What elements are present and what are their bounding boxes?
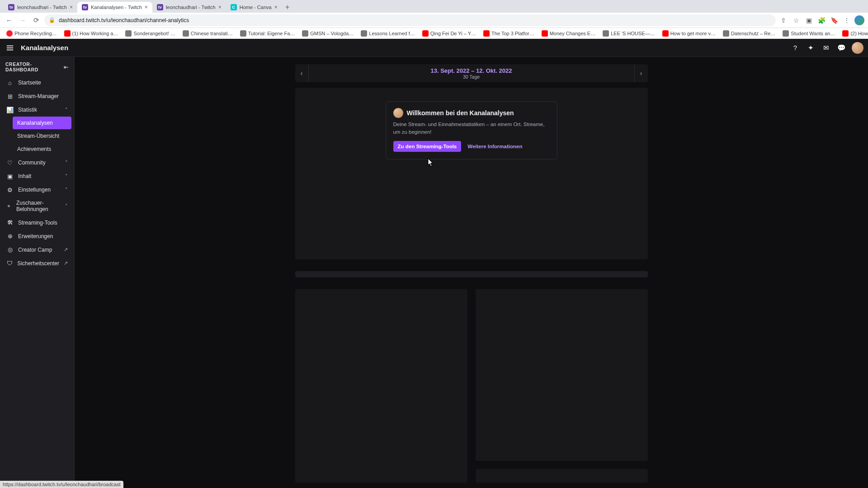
bookmark-label: Money Changes E…	[550, 31, 596, 36]
close-icon[interactable]: ×	[274, 4, 278, 10]
close-icon[interactable]: ×	[218, 4, 222, 10]
sidebar-subitem-stream-overview[interactable]: Stream-Übersicht	[13, 130, 71, 142]
sidebar-item-viewer-rewards[interactable]: ⚬ Zuschauer-Belohnungen ˅	[3, 197, 71, 216]
sidebar-item-label: Stream-Manager	[18, 93, 59, 99]
sidebar-item-label: Einstellungen	[18, 187, 51, 193]
sidebar-item-streaming-tools[interactable]: 🛠 Streaming-Tools	[3, 216, 71, 230]
bookmark-label: The Top 3 Platfor…	[491, 31, 534, 36]
favicon-icon	[183, 30, 189, 37]
bookmark-label: Tutorial: Eigene Fa…	[248, 31, 295, 36]
help-icon[interactable]: ?	[790, 43, 800, 53]
sidebar-item-label: Community	[18, 160, 46, 166]
sidebar-item-content[interactable]: ▣ Inhalt ˅	[3, 169, 71, 183]
collapse-sidebar-icon[interactable]: ⇤	[64, 64, 69, 70]
sidebar-item-label: Startseite	[18, 80, 41, 86]
cast-icon[interactable]: ▣	[804, 15, 814, 25]
date-range-selector: ‹ 13. Sept. 2022 – 12. Okt. 2022 30 Tage…	[295, 64, 648, 82]
bookmark-item[interactable]: The Top 3 Platfor…	[481, 29, 537, 38]
bookmark-item[interactable]: Lessons Learned f…	[358, 29, 418, 38]
bookmark-item[interactable]: (1) How Working a…	[61, 29, 121, 38]
gear-icon: ⚙	[6, 186, 14, 193]
lock-icon: 🔒	[49, 17, 55, 23]
sidebar-subitem-achievements[interactable]: Achievements	[13, 143, 71, 155]
star-icon[interactable]: ☆	[791, 15, 801, 25]
loading-panel	[476, 289, 648, 461]
sidebar-item-home[interactable]: ⌂ Startseite	[3, 76, 71, 89]
user-avatar[interactable]	[852, 42, 863, 54]
bookmark-item[interactable]: Student Wants an…	[780, 29, 838, 38]
tools-icon: 🛠	[6, 219, 14, 226]
bookmark-icon[interactable]: 🔖	[829, 15, 839, 25]
bookmark-item[interactable]: Datenschutz – Re…	[720, 29, 778, 38]
sidebar-item-community[interactable]: ♡ Community ˅	[3, 156, 71, 169]
chevron-down-icon: ˅	[65, 203, 68, 209]
bookmark-item[interactable]: Phone Recycling…	[4, 29, 60, 38]
bookmark-label: (1) How Working a…	[72, 31, 118, 36]
date-next-button[interactable]: ›	[634, 64, 648, 82]
sidebar-item-creator-camp[interactable]: ◎ Creator Camp ↗	[3, 243, 71, 257]
hamburger-icon[interactable]	[5, 42, 15, 53]
reload-button[interactable]: ⟳	[31, 15, 42, 26]
sidebar-subitem-channel-analytics[interactable]: Kanalanalysen	[13, 117, 71, 129]
bookmark-label: How to get more v…	[670, 31, 716, 36]
profile-avatar[interactable]	[854, 15, 864, 25]
favicon-icon	[125, 30, 132, 37]
bookmark-item[interactable]: Sonderangebot! …	[123, 29, 178, 38]
browser-tab[interactable]: C Home - Canva ×	[226, 2, 282, 13]
date-prev-button[interactable]: ‹	[295, 64, 309, 82]
bookmark-item[interactable]: Chinese translati…	[180, 29, 236, 38]
favicon-icon	[422, 30, 429, 37]
sidebar-item-statistics[interactable]: 📊 Statistik ˄	[3, 103, 71, 117]
sidebar-item-extensions[interactable]: ⊕ Erweiterungen	[3, 230, 71, 243]
bookmark-label: Qing Fei De Yi – Y…	[430, 31, 476, 36]
whisper-icon[interactable]: 💬	[836, 43, 846, 53]
sidebar-item-security-center[interactable]: 🛡 Sicherheitscenter ↗	[3, 257, 71, 270]
bookmark-item[interactable]: (2) How To Add A…	[840, 29, 868, 38]
date-days-text: 30 Tage	[309, 74, 634, 80]
browser-tab[interactable]: tv leonchaudhari - Twitch ×	[152, 2, 226, 13]
bookmark-item[interactable]: How to get more v…	[660, 29, 718, 38]
bookmark-label: GMSN – Vologda…	[310, 31, 354, 36]
main-content: ‹ 13. Sept. 2022 – 12. Okt. 2022 30 Tage…	[75, 57, 868, 488]
bookmarks-bar: Phone Recycling… (1) How Working a… Sond…	[0, 28, 868, 39]
more-info-link[interactable]: Weitere Informationen	[467, 144, 522, 149]
inbox-icon[interactable]: ✉	[821, 43, 831, 53]
chevron-down-icon: ˅	[65, 187, 68, 193]
bookmark-item[interactable]: LEE 'S HOUSE—…	[600, 29, 657, 38]
favicon-icon	[662, 30, 669, 37]
browser-tab-active[interactable]: tv Kanalanalysen - Twitch ×	[77, 2, 152, 13]
app-header: Kanalanalysen ? ✦ ✉ 💬	[0, 39, 868, 57]
tab-title: Kanalanalysen - Twitch	[91, 5, 142, 10]
sidebar-item-stream-manager[interactable]: ⊞ Stream-Manager	[3, 89, 71, 103]
share-icon[interactable]: ⇪	[778, 15, 788, 25]
new-tab-button[interactable]: +	[282, 2, 293, 13]
sidebar-item-settings[interactable]: ⚙ Einstellungen ˅	[3, 183, 71, 197]
close-icon[interactable]: ×	[145, 4, 148, 10]
browser-tab[interactable]: tv leonchaudhari - Twitch ×	[4, 2, 77, 13]
sidebar-item-label: Statistik	[18, 107, 37, 113]
close-icon[interactable]: ×	[70, 4, 73, 10]
loading-panel	[476, 469, 648, 483]
back-button[interactable]: ←	[4, 15, 14, 26]
content-icon: ▣	[6, 173, 14, 180]
bookmark-item[interactable]: GMSN – Vologda…	[299, 29, 356, 38]
date-range-button[interactable]: 13. Sept. 2022 – 12. Okt. 2022 30 Tage	[309, 67, 634, 80]
more-icon[interactable]: ⋮	[842, 15, 852, 25]
forward-button[interactable]: →	[17, 15, 28, 26]
browser-tab-strip: tv leonchaudhari - Twitch × tv Kanalanal…	[0, 0, 868, 13]
bookmark-item[interactable]: Money Changes E…	[539, 29, 599, 38]
bookmark-label: LEE 'S HOUSE—…	[611, 31, 655, 36]
address-bar[interactable]: 🔒 dashboard.twitch.tv/u/leonchaudhari/ch…	[44, 14, 776, 26]
streaming-tools-button[interactable]: Zu den Streaming-Tools	[393, 141, 462, 152]
bookmark-item[interactable]: Tutorial: Eigene Fa…	[237, 29, 298, 38]
extensions-icon[interactable]: 🧩	[816, 15, 826, 25]
sidebar-item-label: Creator Camp	[18, 247, 52, 253]
welcome-title: Willkommen bei den Kanalanalysen	[407, 109, 514, 117]
url-text: dashboard.twitch.tv/u/leonchaudhari/chan…	[59, 17, 189, 23]
browser-toolbar: ← → ⟳ 🔒 dashboard.twitch.tv/u/leonchaudh…	[0, 13, 868, 28]
external-link-icon: ↗	[64, 247, 68, 253]
bookmark-item[interactable]: Qing Fei De Yi – Y…	[420, 29, 479, 38]
shield-icon: 🛡	[6, 260, 13, 267]
quick-action-icon[interactable]: ✦	[806, 43, 816, 53]
canva-icon: C	[231, 4, 237, 10]
